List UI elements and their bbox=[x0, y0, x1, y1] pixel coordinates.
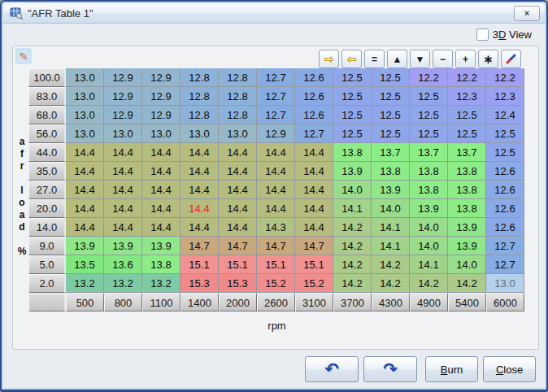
table-cell[interactable]: 12.9 bbox=[142, 68, 180, 87]
table-cell[interactable]: 12.8 bbox=[219, 87, 257, 106]
load-row-header[interactable]: 44.0 bbox=[28, 143, 66, 162]
table-cell[interactable]: 14.4 bbox=[66, 199, 104, 218]
table-cell[interactable]: 13.8 bbox=[333, 143, 372, 162]
table-cell[interactable]: 13.0 bbox=[66, 106, 104, 124]
table-cell[interactable]: 14.4 bbox=[66, 218, 104, 237]
table-cell[interactable]: 12.6 bbox=[295, 106, 333, 124]
rpm-column-header[interactable]: 500 bbox=[66, 293, 104, 311]
rpm-column-header[interactable]: 4900 bbox=[410, 293, 448, 311]
table-cell[interactable]: 12.5 bbox=[486, 124, 524, 143]
table-cell[interactable]: 14.4 bbox=[66, 181, 104, 199]
table-cell[interactable]: 14.4 bbox=[104, 218, 142, 237]
table-cell[interactable]: 14.4 bbox=[257, 162, 295, 181]
table-cell[interactable]: 12.8 bbox=[180, 87, 219, 106]
table-cell[interactable]: 12.5 bbox=[410, 124, 448, 143]
table-cell[interactable]: 14.4 bbox=[219, 218, 257, 237]
rpm-column-header[interactable]: 3100 bbox=[295, 293, 333, 311]
table-cell[interactable]: 14.4 bbox=[295, 181, 333, 199]
rpm-column-header[interactable]: 800 bbox=[104, 293, 142, 311]
rpm-column-header[interactable]: 1100 bbox=[142, 293, 180, 311]
table-cell[interactable]: 15.1 bbox=[219, 255, 257, 274]
table-cell[interactable]: 13.9 bbox=[142, 237, 180, 255]
table-cell[interactable]: 14.7 bbox=[295, 237, 333, 255]
table-cell[interactable]: 13.2 bbox=[104, 274, 142, 293]
table-cell[interactable]: 12.6 bbox=[486, 181, 524, 199]
decrease-button[interactable]: ▼ bbox=[410, 50, 430, 68]
table-cell[interactable]: 12.8 bbox=[180, 68, 219, 87]
load-row-header[interactable]: 20.0 bbox=[28, 199, 66, 218]
table-cell[interactable]: 12.5 bbox=[333, 106, 372, 124]
rpm-column-header[interactable]: 1400 bbox=[180, 293, 219, 311]
table-cell[interactable]: 13.7 bbox=[448, 143, 486, 162]
table-cell[interactable]: 12.5 bbox=[372, 124, 410, 143]
table-cell[interactable]: 13.9 bbox=[333, 162, 372, 181]
table-cell[interactable]: 12.6 bbox=[486, 162, 524, 181]
load-row-header[interactable]: 35.0 bbox=[28, 162, 66, 181]
table-cell[interactable]: 14.2 bbox=[333, 218, 372, 237]
table-cell[interactable]: 13.9 bbox=[104, 237, 142, 255]
rpm-column-header[interactable]: 3700 bbox=[333, 293, 372, 311]
table-cell[interactable]: 12.5 bbox=[372, 106, 410, 124]
table-cell[interactable]: 14.4 bbox=[219, 181, 257, 199]
table-cell[interactable]: 12.2 bbox=[486, 68, 524, 87]
table-cell[interactable]: 14.4 bbox=[257, 143, 295, 162]
table-cell[interactable]: 12.9 bbox=[104, 106, 142, 124]
table-cell[interactable]: 14.4 bbox=[180, 162, 219, 181]
table-cell[interactable]: 14.0 bbox=[333, 181, 372, 199]
table-cell[interactable]: 14.4 bbox=[142, 181, 180, 199]
table-cell[interactable]: 14.2 bbox=[410, 274, 448, 293]
table-cell[interactable]: 13.0 bbox=[219, 124, 257, 143]
table-cell[interactable]: 14.1 bbox=[333, 199, 372, 218]
table-cell[interactable]: 12.5 bbox=[486, 143, 524, 162]
table-cell[interactable]: 14.2 bbox=[333, 237, 372, 255]
table-cell[interactable]: 12.4 bbox=[486, 106, 524, 124]
table-cell[interactable]: 12.9 bbox=[142, 106, 180, 124]
set-equal-button[interactable]: = bbox=[364, 50, 385, 68]
table-cell[interactable]: 14.4 bbox=[257, 181, 295, 199]
table-cell[interactable]: 12.7 bbox=[257, 68, 295, 87]
table-cell[interactable]: 13.9 bbox=[372, 181, 410, 199]
load-row-header[interactable]: 68.0 bbox=[28, 106, 66, 124]
table-cell[interactable]: 14.7 bbox=[219, 237, 257, 255]
table-cell[interactable]: 14.2 bbox=[333, 274, 372, 293]
table-cell[interactable]: 14.1 bbox=[410, 255, 448, 274]
table-cell[interactable]: 12.3 bbox=[448, 87, 486, 106]
table-cell[interactable]: 14.0 bbox=[410, 237, 448, 255]
table-cell[interactable]: 12.6 bbox=[486, 199, 524, 218]
table-edit-icon[interactable]: ✎ bbox=[15, 48, 32, 64]
table-cell[interactable]: 14.4 bbox=[219, 199, 257, 218]
table-cell[interactable]: 14.4 bbox=[142, 162, 180, 181]
table-cell[interactable]: 14.4 bbox=[104, 162, 142, 181]
table-cell[interactable]: 12.6 bbox=[486, 218, 524, 237]
rpm-column-header[interactable]: 6000 bbox=[486, 293, 524, 311]
table-cell[interactable]: 12.8 bbox=[219, 68, 257, 87]
redo-button[interactable]: ↷ bbox=[363, 356, 417, 382]
table-cell[interactable]: 12.5 bbox=[410, 106, 448, 124]
load-row-header[interactable]: 27.0 bbox=[28, 181, 66, 199]
close-window-button[interactable]: × bbox=[514, 6, 540, 21]
table-cell[interactable]: 15.1 bbox=[180, 255, 219, 274]
table-cell[interactable]: 14.1 bbox=[372, 218, 410, 237]
table-cell[interactable]: 13.8 bbox=[142, 255, 180, 274]
table-cell[interactable]: 13.0 bbox=[142, 124, 180, 143]
table-cell[interactable]: 12.5 bbox=[333, 68, 372, 87]
rpm-column-header[interactable]: 2000 bbox=[219, 293, 257, 311]
table-cell[interactable]: 13.8 bbox=[448, 162, 486, 181]
table-cell[interactable]: 12.7 bbox=[295, 124, 333, 143]
table-cell[interactable]: 14.4 bbox=[180, 218, 219, 237]
table-cell[interactable]: 12.3 bbox=[486, 87, 524, 106]
shift-left-button[interactable]: ⇦ bbox=[341, 50, 362, 68]
increase-button[interactable]: ▲ bbox=[387, 50, 407, 68]
table-cell[interactable]: 14.2 bbox=[372, 255, 410, 274]
table-cell[interactable]: 12.6 bbox=[295, 87, 333, 106]
3d-view-checkbox[interactable] bbox=[476, 28, 489, 41]
load-row-header[interactable]: 100.0 bbox=[28, 68, 66, 87]
close-button[interactable]: Close bbox=[483, 356, 536, 382]
table-cell[interactable]: 13.7 bbox=[372, 143, 410, 162]
table-cell[interactable]: 13.8 bbox=[448, 199, 486, 218]
table-cell[interactable]: 12.5 bbox=[448, 106, 486, 124]
table-cell[interactable]: 13.0 bbox=[66, 68, 104, 87]
table-cell[interactable]: 14.2 bbox=[372, 274, 410, 293]
table-cell[interactable]: 14.4 bbox=[142, 218, 180, 237]
table-cell[interactable]: 14.4 bbox=[180, 181, 219, 199]
